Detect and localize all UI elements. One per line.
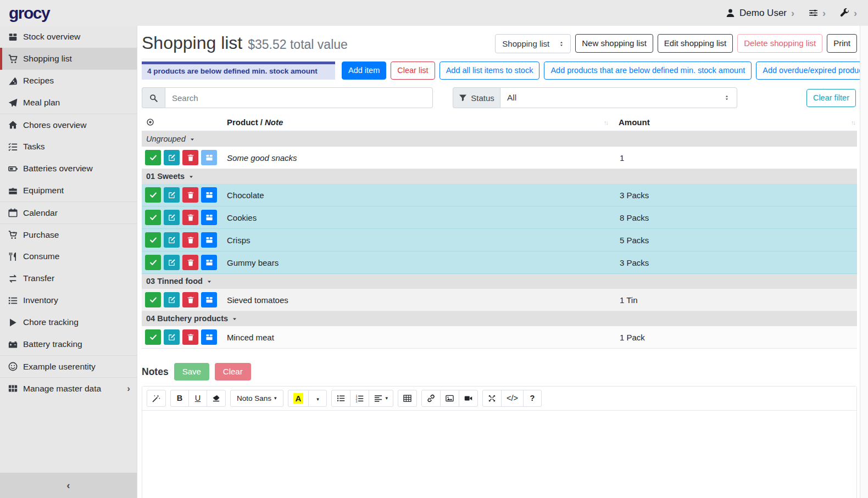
- group-header-01-sweets[interactable]: 01 Sweets: [142, 169, 857, 184]
- sidebar-item-inventory[interactable]: Inventory: [0, 289, 137, 311]
- help-button[interactable]: ?: [523, 390, 542, 407]
- delete-shopping-list-button[interactable]: Delete shopping list: [737, 34, 822, 53]
- admin-menu[interactable]: ›: [840, 8, 857, 18]
- sidebar-item-chores-overview[interactable]: Chores overview: [0, 114, 137, 136]
- editor-content-area[interactable]: [142, 411, 856, 498]
- list-ul-button[interactable]: [331, 390, 350, 407]
- sidebar-item-equipment[interactable]: Equipment: [0, 180, 137, 202]
- sidebar-item-manage-master-data[interactable]: Manage master data›: [0, 377, 137, 399]
- add-to-stock-button[interactable]: [201, 187, 217, 203]
- amount-column-header[interactable]: Amount ↑↓: [615, 117, 857, 127]
- delete-item-button[interactable]: [182, 329, 198, 345]
- sort-icon[interactable]: ↑↓: [604, 119, 615, 126]
- search-input[interactable]: [165, 87, 433, 108]
- status-select[interactable]: All: [500, 87, 737, 108]
- min-stock-alert: 4 products are below defined min. stock …: [142, 61, 335, 80]
- table-grid-button[interactable]: [398, 390, 417, 407]
- list-ol-button[interactable]: 123: [350, 390, 369, 407]
- trash-icon: [187, 333, 194, 341]
- chevron-right-icon: ›: [822, 8, 826, 18]
- sidebar-collapse-button[interactable]: ‹: [0, 473, 137, 498]
- edit-item-button[interactable]: [164, 292, 180, 307]
- new-shopping-list-button[interactable]: New shopping list: [575, 34, 653, 53]
- sidebar-item-meal-plan[interactable]: Meal plan: [0, 92, 137, 114]
- edit-item-button[interactable]: [164, 255, 180, 270]
- header-buttons: New shopping listEdit shopping listDelet…: [575, 34, 857, 53]
- mark-done-button[interactable]: [145, 329, 161, 345]
- mark-done-button[interactable]: [145, 187, 161, 203]
- sidebar-item-stock-overview[interactable]: Stock overview: [0, 26, 137, 48]
- fullscreen-button[interactable]: [482, 390, 502, 407]
- link-button[interactable]: [421, 390, 441, 407]
- sidebar-item-tasks[interactable]: Tasks: [0, 136, 137, 158]
- print-button[interactable]: Print: [827, 34, 857, 53]
- group-header-04-butchery-products[interactable]: 04 Butchery products: [142, 311, 857, 326]
- group-header-ungrouped[interactable]: Ungrouped: [142, 132, 857, 147]
- mark-done-button[interactable]: [145, 255, 161, 270]
- add-overdue-expired-products-button[interactable]: Add overdue/expired products: [756, 61, 868, 80]
- add-to-stock-button[interactable]: [201, 292, 217, 307]
- image-button[interactable]: [440, 390, 459, 407]
- delete-item-button[interactable]: [182, 255, 198, 270]
- edit-item-button[interactable]: [164, 329, 180, 345]
- add-products-that-are-below-defined-min-stock-amount-button[interactable]: Add products that are below defined min.…: [544, 61, 752, 80]
- eraser-button[interactable]: [207, 390, 226, 407]
- shopping-list-select[interactable]: Shopping list: [495, 34, 571, 53]
- add-all-list-items-to-stock-button[interactable]: Add all list items to stock: [439, 61, 540, 80]
- add-to-stock-button[interactable]: [201, 210, 217, 225]
- sidebar-item-recipes[interactable]: Recipes: [0, 70, 137, 92]
- sidebar-item-shopping-list[interactable]: Shopping list: [0, 48, 137, 70]
- product-name: Cookies: [224, 213, 615, 222]
- clear-list-button[interactable]: Clear list: [391, 61, 435, 80]
- edit-item-button[interactable]: [164, 187, 180, 203]
- notes-clear-button[interactable]: Clear: [215, 363, 251, 381]
- delete-item-button[interactable]: [182, 292, 198, 307]
- caret-button[interactable]: ▾: [308, 390, 327, 407]
- clear-filter-button[interactable]: Clear filter: [806, 89, 856, 107]
- group-header-03-tinned-food[interactable]: 03 Tinned food: [142, 274, 857, 289]
- visibility-column-header[interactable]: [142, 118, 224, 126]
- edit-item-button[interactable]: [164, 150, 180, 165]
- sidebar-item-batteries-overview[interactable]: Batteries overview: [0, 158, 137, 180]
- bold-button[interactable]: B: [170, 390, 189, 407]
- sidebar-item-purchase[interactable]: Purchase: [0, 223, 137, 245]
- add-to-stock-button[interactable]: [201, 255, 217, 270]
- mark-done-button[interactable]: [145, 292, 161, 307]
- sort-icon[interactable]: ↑↓: [851, 119, 857, 126]
- sidebar-item-example-userentity[interactable]: Example userentity: [0, 355, 137, 377]
- scrollbar[interactable]: [860, 26, 868, 498]
- font-name-button[interactable]: Noto Sans▾: [230, 390, 283, 407]
- color-a-button[interactable]: A: [288, 390, 309, 407]
- add-to-stock-button[interactable]: [201, 232, 217, 248]
- sidebar-item-battery-tracking[interactable]: Battery tracking: [0, 333, 137, 355]
- code-button[interactable]: </>: [501, 390, 524, 407]
- delete-item-button[interactable]: [182, 210, 198, 225]
- sidebar-item-transfer[interactable]: Transfer: [0, 267, 137, 289]
- product-column-header[interactable]: Product / Note ↑↓: [224, 117, 615, 127]
- app-logo[interactable]: grocy: [9, 4, 49, 23]
- mark-done-button[interactable]: [145, 150, 161, 165]
- edit-shopping-list-button[interactable]: Edit shopping list: [658, 34, 733, 53]
- mark-done-button[interactable]: [145, 232, 161, 248]
- delete-item-button[interactable]: [182, 232, 198, 248]
- magic-button[interactable]: [147, 390, 166, 407]
- mark-done-button[interactable]: [145, 210, 161, 225]
- video-button[interactable]: [459, 390, 478, 407]
- user-menu[interactable]: Demo User ›: [726, 8, 794, 19]
- delete-item-button[interactable]: [182, 150, 198, 165]
- amount-value: 3 Packs: [615, 258, 857, 267]
- edit-item-button[interactable]: [164, 232, 180, 248]
- edit-item-button[interactable]: [164, 210, 180, 225]
- sidebar-item-consume[interactable]: Consume: [0, 245, 137, 267]
- sidebar-item-calendar[interactable]: Calendar: [0, 202, 137, 223]
- notes-save-button[interactable]: Save: [174, 363, 209, 381]
- toolbar-group: BU: [170, 390, 226, 407]
- add-to-stock-button[interactable]: [201, 150, 217, 165]
- add-item-button[interactable]: Add item: [342, 61, 386, 80]
- paragraph-align-button[interactable]: ▾: [369, 390, 393, 407]
- underline-button[interactable]: U: [188, 390, 207, 407]
- add-to-stock-button[interactable]: [201, 329, 217, 345]
- delete-item-button[interactable]: [182, 187, 198, 203]
- settings-menu[interactable]: ›: [809, 8, 826, 18]
- sidebar-item-chore-tracking[interactable]: Chore tracking: [0, 311, 137, 333]
